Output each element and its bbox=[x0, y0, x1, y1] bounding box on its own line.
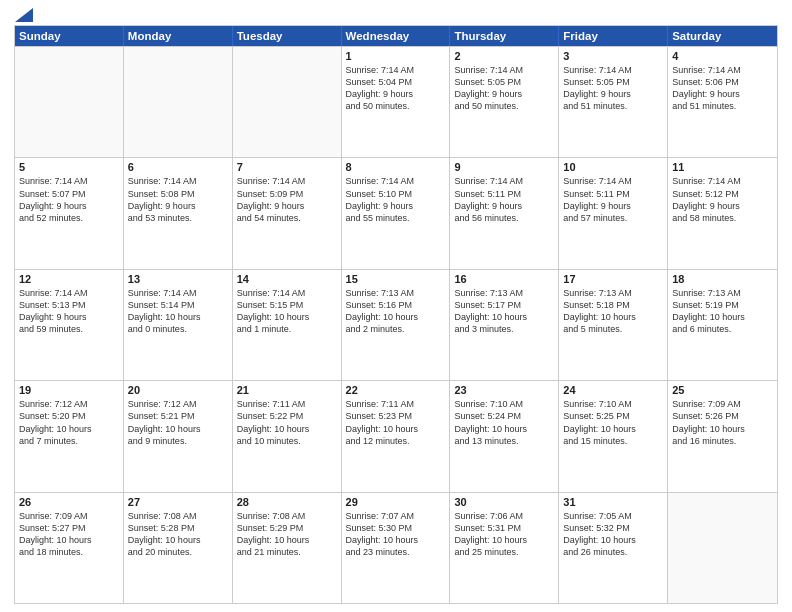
day-cell-21: 21Sunrise: 7:11 AMSunset: 5:22 PMDayligh… bbox=[233, 381, 342, 491]
cell-info-line: Sunrise: 7:11 AM bbox=[237, 398, 337, 410]
cell-info-line: Sunset: 5:13 PM bbox=[19, 299, 119, 311]
day-number: 20 bbox=[128, 384, 228, 396]
day-number: 14 bbox=[237, 273, 337, 285]
cell-info-line: Sunset: 5:12 PM bbox=[672, 188, 773, 200]
day-cell-22: 22Sunrise: 7:11 AMSunset: 5:23 PMDayligh… bbox=[342, 381, 451, 491]
cell-info-line: Sunset: 5:05 PM bbox=[563, 76, 663, 88]
cell-info-line: Daylight: 10 hours bbox=[563, 423, 663, 435]
cell-info-line: Daylight: 10 hours bbox=[128, 534, 228, 546]
cell-info-line: Sunset: 5:28 PM bbox=[128, 522, 228, 534]
day-cell-7: 7Sunrise: 7:14 AMSunset: 5:09 PMDaylight… bbox=[233, 158, 342, 268]
day-number: 17 bbox=[563, 273, 663, 285]
cell-info-line: Sunset: 5:06 PM bbox=[672, 76, 773, 88]
cell-info-line: Sunset: 5:07 PM bbox=[19, 188, 119, 200]
cell-info-line: Daylight: 10 hours bbox=[454, 534, 554, 546]
cell-info-line: and 3 minutes. bbox=[454, 323, 554, 335]
calendar-header: SundayMondayTuesdayWednesdayThursdayFrid… bbox=[15, 26, 777, 46]
cell-info-line: Sunrise: 7:10 AM bbox=[454, 398, 554, 410]
day-cell-29: 29Sunrise: 7:07 AMSunset: 5:30 PMDayligh… bbox=[342, 493, 451, 603]
cell-info-line: Daylight: 10 hours bbox=[672, 423, 773, 435]
cell-info-line: and 23 minutes. bbox=[346, 546, 446, 558]
cell-info-line: Daylight: 9 hours bbox=[454, 200, 554, 212]
header-day-saturday: Saturday bbox=[668, 26, 777, 46]
day-number: 7 bbox=[237, 161, 337, 173]
cell-info-line: Sunrise: 7:08 AM bbox=[237, 510, 337, 522]
cell-info-line: Sunset: 5:29 PM bbox=[237, 522, 337, 534]
day-cell-12: 12Sunrise: 7:14 AMSunset: 5:13 PMDayligh… bbox=[15, 270, 124, 380]
cell-info-line: and 51 minutes. bbox=[672, 100, 773, 112]
day-number: 26 bbox=[19, 496, 119, 508]
cell-info-line: Daylight: 10 hours bbox=[128, 311, 228, 323]
cell-info-line: Sunset: 5:21 PM bbox=[128, 410, 228, 422]
cell-info-line: Sunset: 5:25 PM bbox=[563, 410, 663, 422]
day-cell-3: 3Sunrise: 7:14 AMSunset: 5:05 PMDaylight… bbox=[559, 47, 668, 157]
cell-info-line: Sunset: 5:04 PM bbox=[346, 76, 446, 88]
cell-info-line: Daylight: 10 hours bbox=[128, 423, 228, 435]
calendar-week-1: 1Sunrise: 7:14 AMSunset: 5:04 PMDaylight… bbox=[15, 46, 777, 157]
cell-info-line: and 21 minutes. bbox=[237, 546, 337, 558]
cell-info-line: and 15 minutes. bbox=[563, 435, 663, 447]
day-cell-11: 11Sunrise: 7:14 AMSunset: 5:12 PMDayligh… bbox=[668, 158, 777, 268]
day-number: 22 bbox=[346, 384, 446, 396]
cell-info-line: and 57 minutes. bbox=[563, 212, 663, 224]
cell-info-line: Daylight: 10 hours bbox=[19, 423, 119, 435]
cell-info-line: Sunrise: 7:13 AM bbox=[454, 287, 554, 299]
calendar-week-3: 12Sunrise: 7:14 AMSunset: 5:13 PMDayligh… bbox=[15, 269, 777, 380]
cell-info-line: Daylight: 9 hours bbox=[672, 88, 773, 100]
empty-cell bbox=[15, 47, 124, 157]
cell-info-line: Daylight: 10 hours bbox=[237, 311, 337, 323]
day-cell-18: 18Sunrise: 7:13 AMSunset: 5:19 PMDayligh… bbox=[668, 270, 777, 380]
day-cell-19: 19Sunrise: 7:12 AMSunset: 5:20 PMDayligh… bbox=[15, 381, 124, 491]
cell-info-line: Sunset: 5:17 PM bbox=[454, 299, 554, 311]
cell-info-line: Sunrise: 7:06 AM bbox=[454, 510, 554, 522]
day-number: 29 bbox=[346, 496, 446, 508]
cell-info-line: Daylight: 10 hours bbox=[346, 423, 446, 435]
day-cell-26: 26Sunrise: 7:09 AMSunset: 5:27 PMDayligh… bbox=[15, 493, 124, 603]
day-cell-28: 28Sunrise: 7:08 AMSunset: 5:29 PMDayligh… bbox=[233, 493, 342, 603]
cell-info-line: Sunset: 5:24 PM bbox=[454, 410, 554, 422]
cell-info-line: Sunrise: 7:14 AM bbox=[346, 64, 446, 76]
day-number: 4 bbox=[672, 50, 773, 62]
logo-triangle-icon bbox=[15, 8, 33, 22]
cell-info-line: and 12 minutes. bbox=[346, 435, 446, 447]
cell-info-line: and 6 minutes. bbox=[672, 323, 773, 335]
day-cell-13: 13Sunrise: 7:14 AMSunset: 5:14 PMDayligh… bbox=[124, 270, 233, 380]
cell-info-line: and 20 minutes. bbox=[128, 546, 228, 558]
day-cell-30: 30Sunrise: 7:06 AMSunset: 5:31 PMDayligh… bbox=[450, 493, 559, 603]
cell-info-line: and 10 minutes. bbox=[237, 435, 337, 447]
calendar-week-5: 26Sunrise: 7:09 AMSunset: 5:27 PMDayligh… bbox=[15, 492, 777, 603]
day-cell-1: 1Sunrise: 7:14 AMSunset: 5:04 PMDaylight… bbox=[342, 47, 451, 157]
day-number: 31 bbox=[563, 496, 663, 508]
header-day-wednesday: Wednesday bbox=[342, 26, 451, 46]
cell-info-line: Daylight: 9 hours bbox=[563, 200, 663, 212]
cell-info-line: Sunset: 5:23 PM bbox=[346, 410, 446, 422]
cell-info-line: Daylight: 10 hours bbox=[237, 534, 337, 546]
cell-info-line: and 2 minutes. bbox=[346, 323, 446, 335]
cell-info-line: Sunset: 5:05 PM bbox=[454, 76, 554, 88]
cell-info-line: Sunset: 5:16 PM bbox=[346, 299, 446, 311]
cell-info-line: Sunrise: 7:13 AM bbox=[563, 287, 663, 299]
day-cell-23: 23Sunrise: 7:10 AMSunset: 5:24 PMDayligh… bbox=[450, 381, 559, 491]
header-day-friday: Friday bbox=[559, 26, 668, 46]
cell-info-line: Daylight: 9 hours bbox=[672, 200, 773, 212]
cell-info-line: Daylight: 10 hours bbox=[672, 311, 773, 323]
cell-info-line: Sunrise: 7:14 AM bbox=[19, 175, 119, 187]
cell-info-line: Sunrise: 7:14 AM bbox=[128, 175, 228, 187]
cell-info-line: Sunrise: 7:13 AM bbox=[346, 287, 446, 299]
cell-info-line: Sunset: 5:08 PM bbox=[128, 188, 228, 200]
day-number: 6 bbox=[128, 161, 228, 173]
cell-info-line: Sunrise: 7:13 AM bbox=[672, 287, 773, 299]
day-number: 27 bbox=[128, 496, 228, 508]
cell-info-line: Sunset: 5:14 PM bbox=[128, 299, 228, 311]
cell-info-line: Daylight: 9 hours bbox=[454, 88, 554, 100]
day-cell-24: 24Sunrise: 7:10 AMSunset: 5:25 PMDayligh… bbox=[559, 381, 668, 491]
cell-info-line: Daylight: 9 hours bbox=[346, 200, 446, 212]
cell-info-line: Daylight: 9 hours bbox=[346, 88, 446, 100]
cell-info-line: Sunset: 5:31 PM bbox=[454, 522, 554, 534]
cell-info-line: Daylight: 9 hours bbox=[19, 311, 119, 323]
cell-info-line: Sunrise: 7:14 AM bbox=[19, 287, 119, 299]
empty-cell bbox=[668, 493, 777, 603]
cell-info-line: Sunrise: 7:14 AM bbox=[454, 64, 554, 76]
day-cell-14: 14Sunrise: 7:14 AMSunset: 5:15 PMDayligh… bbox=[233, 270, 342, 380]
day-cell-27: 27Sunrise: 7:08 AMSunset: 5:28 PMDayligh… bbox=[124, 493, 233, 603]
